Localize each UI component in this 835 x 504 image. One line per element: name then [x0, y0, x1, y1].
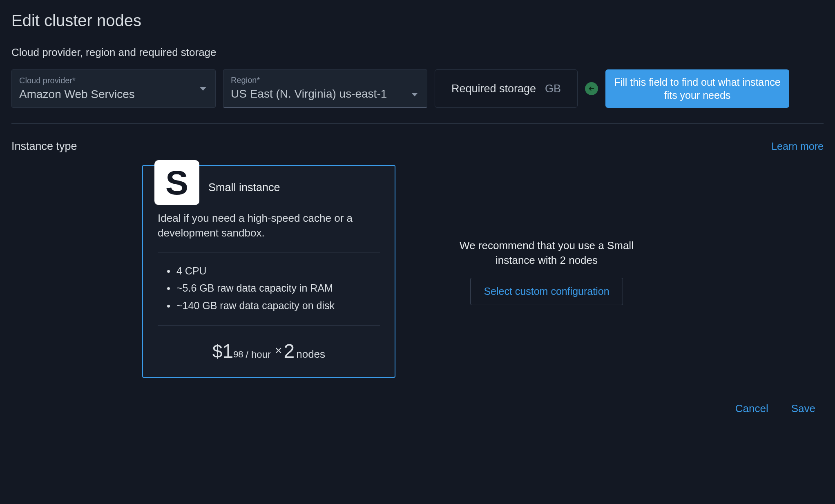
instance-type-header: Instance type Learn more	[11, 140, 824, 153]
select-custom-config-button[interactable]: Select custom configuration	[470, 278, 623, 305]
instance-name: Small instance	[208, 181, 280, 194]
save-button[interactable]: Save	[791, 402, 815, 415]
price-nodes-number: 2	[284, 340, 295, 362]
cloud-provider-value: Amazon Web Services	[19, 88, 208, 101]
price-integer: 1	[222, 340, 233, 362]
instance-card-small[interactable]: S Small instance Ideal if you need a hig…	[142, 165, 395, 378]
instance-row: S Small instance Ideal if you need a hig…	[11, 165, 824, 378]
divider	[158, 326, 380, 326]
instance-badge: S	[154, 160, 199, 205]
spec-item: 4 CPU	[167, 262, 380, 280]
storage-unit: GB	[545, 83, 561, 95]
config-row: Cloud provider* Amazon Web Services Regi…	[11, 69, 824, 108]
storage-label: Required storage	[451, 83, 536, 95]
region-value: US East (N. Virginia) us-east-1	[231, 87, 420, 100]
instance-description: Ideal if you need a high-speed cache or …	[158, 211, 380, 241]
price-row: $198/ hour×2nodes	[158, 336, 380, 362]
cloud-provider-select[interactable]: Cloud provider* Amazon Web Services	[11, 69, 216, 108]
price-currency: $	[212, 341, 222, 361]
chevron-down-icon	[200, 87, 206, 91]
price-nodes-label: nodes	[296, 348, 325, 360]
price-multiplier: ×	[275, 343, 282, 357]
recommendation-text: We recommend that you use a Small instan…	[457, 238, 636, 268]
spec-item: ~5.6 GB raw data capacity in RAM	[167, 279, 380, 297]
section-subtitle: Cloud provider, region and required stor…	[11, 46, 824, 59]
tip-callout: Fill this field to find out what instanc…	[605, 69, 789, 108]
learn-more-link[interactable]: Learn more	[771, 140, 824, 152]
instance-type-label: Instance type	[11, 140, 77, 153]
footer-actions: Cancel Save	[11, 402, 824, 415]
chevron-down-icon	[411, 93, 418, 96]
required-storage-input[interactable]: Required storage GB	[435, 69, 578, 108]
recommendation-panel: We recommend that you use a Small instan…	[457, 238, 636, 305]
divider	[158, 252, 380, 252]
spec-item: ~140 GB raw data capacity on disk	[167, 297, 380, 314]
cancel-button[interactable]: Cancel	[735, 402, 768, 415]
spec-list: 4 CPU ~5.6 GB raw data capacity in RAM ~…	[158, 262, 380, 314]
divider	[11, 123, 824, 124]
price-per-hour: / hour	[246, 349, 271, 360]
price-cents: 98	[233, 349, 243, 359]
cloud-provider-label: Cloud provider*	[19, 76, 208, 85]
region-select[interactable]: Region* US East (N. Virginia) us-east-1	[223, 69, 427, 108]
arrow-left-icon	[585, 82, 598, 95]
page-title: Edit cluster nodes	[11, 11, 824, 30]
region-label: Region*	[231, 76, 420, 85]
